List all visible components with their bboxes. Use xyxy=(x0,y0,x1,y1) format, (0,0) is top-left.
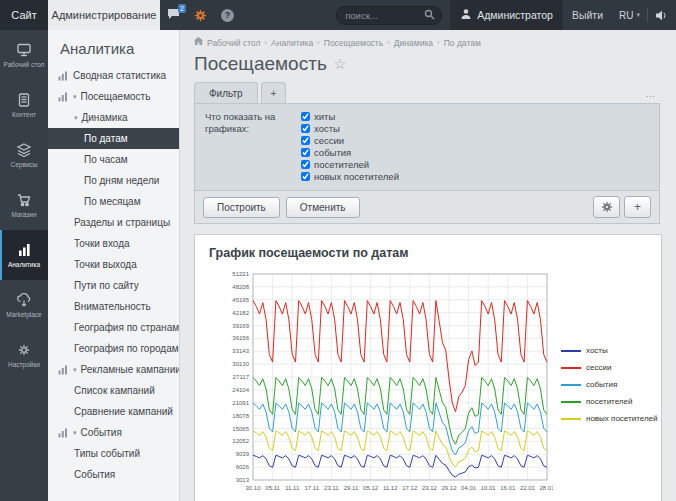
sidebar-item[interactable]: Точки выхода xyxy=(48,254,179,275)
notifications-badge: 2 xyxy=(178,4,186,13)
sidebar-title: Аналитика xyxy=(48,30,179,65)
build-button[interactable]: Построить xyxy=(203,197,280,218)
updates-gear-icon[interactable] xyxy=(187,0,214,30)
svg-text:17.12: 17.12 xyxy=(402,485,418,491)
tab-site[interactable]: Сайт xyxy=(0,0,48,30)
sidebar-item[interactable]: События xyxy=(48,464,179,485)
filter-body: Что показать на графиках: хитыхостысесси… xyxy=(194,103,660,191)
sidebar-item-label: География по городам xyxy=(74,343,179,354)
svg-text:51221: 51221 xyxy=(232,271,249,277)
sidebar-item[interactable]: По дням недели xyxy=(48,170,179,191)
search-input[interactable] xyxy=(343,9,424,22)
sidebar-item[interactable]: Типы событий xyxy=(48,443,179,464)
user-name: Администратор xyxy=(477,9,553,21)
chart-legend: хостысессиисобытияпосетителейновых посет… xyxy=(561,346,658,498)
chevron-down-icon: ▾ xyxy=(73,429,77,437)
user-menu-button[interactable]: Администратор xyxy=(450,0,563,30)
favorite-star-icon[interactable]: ☆ xyxy=(334,56,347,72)
filter-checkbox[interactable] xyxy=(301,136,310,145)
svg-text:30.10: 30.10 xyxy=(245,485,261,491)
logout-link[interactable]: Выйти xyxy=(563,0,612,30)
notifications-button[interactable]: 2 xyxy=(160,0,187,30)
page-head: Посещаемость ☆ xyxy=(194,53,664,75)
svg-text:23.11: 23.11 xyxy=(324,485,339,491)
filter-checkbox-row[interactable]: события xyxy=(301,147,399,158)
filter-checkbox-row[interactable]: хосты xyxy=(301,123,399,134)
filter-checkbox-label: хосты xyxy=(314,123,340,134)
rail-item-content[interactable]: Контент xyxy=(0,80,48,130)
legend-line-swatch xyxy=(561,384,581,386)
sidebar-item[interactable]: Сводная статистика xyxy=(48,65,179,86)
sidebar-item[interactable]: ▾Посещаемость xyxy=(48,86,179,107)
sidebar-item-label: Посещаемость xyxy=(81,91,151,102)
services-icon xyxy=(16,143,32,158)
filter-checkbox-row[interactable]: сессии xyxy=(301,135,399,146)
sound-icon[interactable] xyxy=(648,0,676,30)
sidebar-item[interactable]: ▾Рекламные кампании xyxy=(48,359,179,380)
svg-text:05.11: 05.11 xyxy=(265,485,280,491)
legend-label: сессии xyxy=(586,363,611,372)
sidebar-item[interactable]: ▾Динамика xyxy=(48,107,179,128)
sidebar-item[interactable]: По часам xyxy=(48,149,179,170)
filter-checkbox[interactable] xyxy=(301,112,310,121)
sidebar-item-label: Динамика xyxy=(82,112,128,123)
add-filter-tab[interactable]: + xyxy=(261,82,287,103)
rail-item-marketplace[interactable]: Marketplace xyxy=(0,280,48,330)
breadcrumb-item[interactable]: По датам xyxy=(444,38,481,48)
analytics-icon xyxy=(16,243,32,258)
sidebar-item[interactable]: География по городам xyxy=(48,338,179,359)
sidebar-item-label: Внимательность xyxy=(74,301,151,312)
search-icon[interactable] xyxy=(424,6,435,24)
sidebar-item[interactable]: ▾События xyxy=(48,422,179,443)
breadcrumb-item[interactable]: Динамика xyxy=(394,38,433,48)
sidebar-item[interactable]: Сравнение кампаний xyxy=(48,401,179,422)
main-content: Рабочий стол›Аналитика›Посещаемость›Дина… xyxy=(180,30,676,501)
svg-text:16.01: 16.01 xyxy=(500,485,516,491)
breadcrumb-item[interactable]: Рабочий стол xyxy=(207,38,260,48)
sidebar-item[interactable]: Точки входа xyxy=(48,233,179,254)
filter-checkbox[interactable] xyxy=(301,172,310,181)
filter-checkbox-row[interactable]: новых посетителей xyxy=(301,171,399,182)
tab-administration[interactable]: Администрирование xyxy=(48,0,160,30)
filter-settings-button[interactable] xyxy=(593,196,620,218)
sidebar-item-label: События xyxy=(81,427,122,438)
filter-checkbox[interactable] xyxy=(301,148,310,157)
sidebar-item[interactable]: Внимательность xyxy=(48,296,179,317)
filter-checkbox[interactable] xyxy=(301,160,310,169)
sidebar-item[interactable]: Пути по сайту xyxy=(48,275,179,296)
cancel-button[interactable]: Отменить xyxy=(286,197,360,218)
filter-options-dots[interactable]: ... xyxy=(646,87,660,99)
chart-panel: График посещаемости по датам 30136026903… xyxy=(194,234,662,501)
legend-item: новых посетителей xyxy=(561,414,658,423)
svg-text:21091: 21091 xyxy=(232,400,249,406)
home-icon[interactable] xyxy=(194,37,203,48)
help-icon[interactable]: ? xyxy=(214,0,241,30)
rail-item-services[interactable]: Сервисы xyxy=(0,130,48,180)
filter-checkbox[interactable] xyxy=(301,124,310,133)
filter-checkbox-row[interactable]: хиты xyxy=(301,111,399,122)
filter-add-button[interactable]: + xyxy=(624,196,651,218)
filter-panel: Фильтр + ... Что показать на графиках: х… xyxy=(194,82,660,224)
sidebar-item[interactable]: По месяцам xyxy=(48,191,179,212)
rail-item-analytics[interactable]: Аналитика xyxy=(0,230,48,280)
filter-actions: Построить Отменить + xyxy=(194,191,660,224)
svg-text:30130: 30130 xyxy=(232,361,249,367)
sidebar-item[interactable]: Список кампаний xyxy=(48,380,179,401)
svg-text:29.11: 29.11 xyxy=(344,485,359,491)
sidebar-item[interactable]: География по странам xyxy=(48,317,179,338)
breadcrumb-item[interactable]: Аналитика xyxy=(271,38,313,48)
breadcrumb-item[interactable]: Посещаемость xyxy=(324,38,383,48)
rail-item-settings[interactable]: Настройки xyxy=(0,330,48,380)
sidebar-item[interactable]: По датам xyxy=(48,128,179,149)
chevron-down-icon: ▾ xyxy=(73,366,77,374)
sidebar-item[interactable]: Разделы и страницы xyxy=(48,212,179,233)
filter-checkbox-label: посетителей xyxy=(314,159,369,170)
filter-tab[interactable]: Фильтр xyxy=(194,82,258,103)
svg-text:39169: 39169 xyxy=(232,323,249,329)
breadcrumb-separator: › xyxy=(264,38,267,47)
language-selector[interactable]: RU ▾ xyxy=(612,0,647,30)
filter-checkbox-label: новых посетителей xyxy=(314,171,399,182)
filter-checkbox-row[interactable]: посетителей xyxy=(301,159,399,170)
rail-item-shop[interactable]: Магазин xyxy=(0,180,48,230)
rail-item-desktop[interactable]: Рабочий стол xyxy=(0,30,48,80)
